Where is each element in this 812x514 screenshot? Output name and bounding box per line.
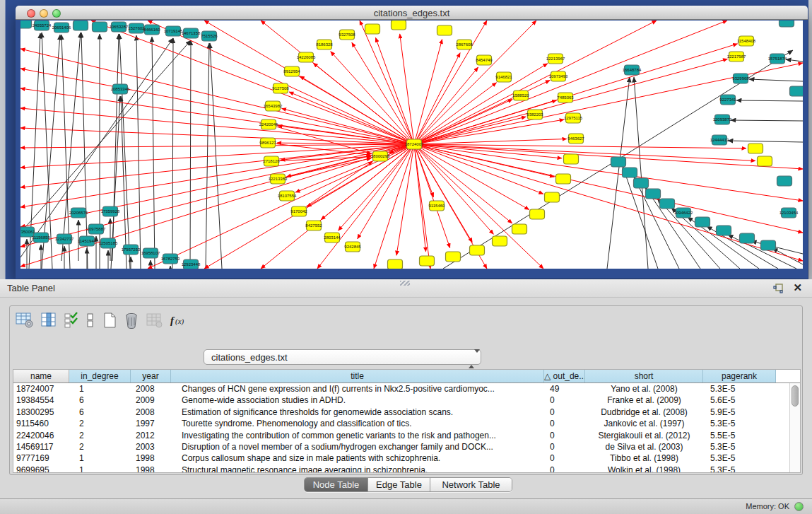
table-cell[interactable]: 0 xyxy=(544,452,585,464)
column-header-pagerank[interactable]: pagerank xyxy=(703,370,776,382)
table-cell[interactable]: 0 xyxy=(544,441,585,452)
graph-edge[interactable] xyxy=(289,92,414,144)
graph-node[interactable] xyxy=(73,21,88,30)
table-cell[interactable]: 0 xyxy=(544,407,585,418)
graph-edge[interactable] xyxy=(61,35,70,269)
table-cell[interactable]: 2012 xyxy=(131,430,171,441)
graph-node[interactable]: 14671358 xyxy=(182,28,201,38)
column-header-title[interactable]: title xyxy=(171,370,544,382)
graph-node[interactable]: 12213383 xyxy=(269,174,288,184)
table-cell[interactable]: 9115460 xyxy=(13,418,69,429)
graph-node[interactable]: 10946422 xyxy=(674,208,693,218)
table-cell[interactable]: 5.3E-5 xyxy=(703,383,776,395)
table-cell[interactable]: 5.3E-5 xyxy=(703,465,776,473)
graph-node[interactable]: 17359928 xyxy=(101,206,120,216)
graph-node[interactable]: 9146821 xyxy=(495,72,512,82)
graph-node[interactable]: 12444413 xyxy=(710,135,729,145)
tab-edge-table[interactable]: Edge Table xyxy=(368,478,430,491)
graph-node[interactable]: 15751874 xyxy=(768,54,787,64)
graph-node[interactable]: 9127508 xyxy=(272,83,289,93)
graph-edge[interactable] xyxy=(61,33,81,261)
table-vertical-scrollbar[interactable] xyxy=(789,383,800,472)
table-cell[interactable]: 1 xyxy=(69,383,131,395)
graph-node[interactable]: 16958107 xyxy=(141,248,160,258)
table-cell[interactable]: 1998 xyxy=(131,452,171,464)
new-table-icon[interactable] xyxy=(102,312,117,332)
table-cell[interactable]: Dudbridge et al. (2008) xyxy=(585,407,703,418)
graph-edge[interactable] xyxy=(728,141,803,142)
graph-node[interactable] xyxy=(646,189,661,199)
graph-node[interactable]: 9242845 xyxy=(344,242,361,252)
graph-node[interactable]: 9329968 xyxy=(732,74,749,83)
graph-edge[interactable] xyxy=(731,120,803,121)
column-header-name[interactable]: name xyxy=(13,370,69,382)
table-cell[interactable]: Wolkin et al. (1998) xyxy=(585,465,703,473)
graph-node[interactable]: 11548408 xyxy=(737,36,756,46)
graph-node[interactable] xyxy=(93,22,107,32)
graph-node[interactable]: 12103454 xyxy=(779,208,799,218)
float-window-icon[interactable] xyxy=(772,283,784,294)
graph-node[interactable] xyxy=(437,25,452,35)
graph-edge[interactable] xyxy=(20,69,414,144)
graph-node[interactable]: 18107554 xyxy=(278,191,297,201)
scrollbar-thumb[interactable] xyxy=(792,385,799,407)
table-cell[interactable]: 1 xyxy=(69,465,131,473)
graph-node[interactable]: 9896127 xyxy=(259,138,276,148)
table-cell[interactable]: 0 xyxy=(544,418,585,429)
graph-node[interactable]: 2718126 xyxy=(263,156,280,166)
graph-node[interactable]: 10719145 xyxy=(164,26,183,36)
graph-node[interactable]: 11451944 xyxy=(78,236,97,246)
graph-node[interactable]: 10653287 xyxy=(110,22,129,32)
table-cell[interactable]: 0 xyxy=(544,465,585,473)
graph-edge[interactable] xyxy=(172,38,173,269)
graph-edge[interactable] xyxy=(414,117,526,144)
delete-column-trash-icon[interactable] xyxy=(124,312,139,332)
table-cell[interactable]: Jankovic et al. (1997) xyxy=(585,418,703,429)
table-cell[interactable]: 9777169 xyxy=(13,452,69,464)
column-compact-icon[interactable] xyxy=(86,312,95,332)
column-header-in-degree[interactable]: in_degree xyxy=(69,370,131,382)
graph-node[interactable] xyxy=(777,176,792,186)
graph-node[interactable] xyxy=(779,21,794,27)
tab-network-table[interactable]: Network Table xyxy=(430,478,512,491)
graph-node[interactable]: 8186328 xyxy=(316,40,333,49)
graph-edge[interactable] xyxy=(736,100,803,101)
graph-node[interactable] xyxy=(446,252,461,262)
graph-node[interactable] xyxy=(748,144,763,153)
graph-node[interactable]: 12342737 xyxy=(55,234,74,244)
table-cell[interactable]: Changes of HCN gene expression and I(f) … xyxy=(171,383,544,395)
table-cell[interactable]: Corpus callosum shape and size in male p… xyxy=(171,452,544,464)
table-row[interactable]: 2242004622012Investigating the contribut… xyxy=(13,430,800,441)
graph-node[interactable] xyxy=(564,154,579,164)
graph-node[interactable] xyxy=(420,256,435,266)
graph-edge[interactable] xyxy=(300,76,414,144)
graph-node[interactable]: 12923448 xyxy=(182,259,201,269)
graph-node[interactable]: 12093872 xyxy=(713,115,732,124)
graph-edge[interactable] xyxy=(317,144,414,269)
table-settings-icon[interactable] xyxy=(16,312,34,332)
table-row[interactable]: 977716911998Corpus callosum shape and si… xyxy=(13,452,800,464)
table-cell[interactable]: 9699695 xyxy=(13,465,69,473)
graph-edge[interactable] xyxy=(81,33,88,269)
column-header-year[interactable]: year xyxy=(131,370,171,382)
graph-node[interactable]: 16648784 xyxy=(623,65,642,75)
graph-edge[interactable] xyxy=(786,59,803,62)
table-row[interactable]: 1872400712008Changes of HCN gene express… xyxy=(13,383,800,395)
graph-node[interactable]: 2867608 xyxy=(456,40,473,49)
table-cell[interactable]: 5.9E-5 xyxy=(703,407,776,418)
graph-node[interactable]: 9115460 xyxy=(429,201,446,211)
graph-edge[interactable] xyxy=(206,43,209,269)
table-cell[interactable]: 22420046 xyxy=(13,430,69,441)
table-cell[interactable]: 1997 xyxy=(131,418,171,429)
graph-node[interactable] xyxy=(545,192,560,202)
column-header-short[interactable]: short xyxy=(585,370,703,382)
network-window[interactable]: citations_edges.txt 18724007183002959327… xyxy=(16,6,808,279)
table-cell[interactable]: Disruption of a novel member of a sodium… xyxy=(171,441,544,452)
table-row[interactable]: 911546021997Tourette syndrome. Phenomeno… xyxy=(13,418,800,429)
graph-edge[interactable] xyxy=(414,144,493,234)
table-cell[interactable]: 2008 xyxy=(131,383,171,395)
table-cell[interactable]: 6 xyxy=(69,395,131,406)
graph-node[interactable]: 20853346 xyxy=(111,84,130,94)
graph-node[interactable] xyxy=(634,178,649,188)
table-cell[interactable]: 2008 xyxy=(131,407,171,418)
